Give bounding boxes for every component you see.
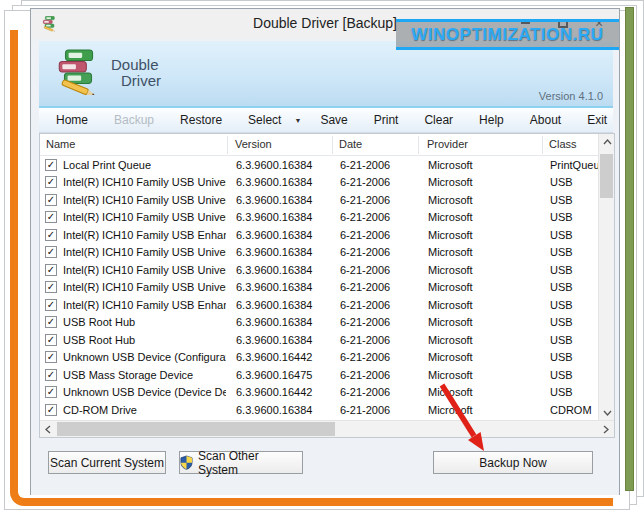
cell-date: 6-21-2006: [340, 264, 409, 276]
table-row[interactable]: ✓Intel(R) ICH10 Family USB Univer...6.3.…: [40, 279, 599, 297]
cell-version: 6.3.9600.16384: [236, 264, 321, 276]
table-row[interactable]: ✓USB Mass Storage Device6.3.9600.164756-…: [40, 366, 599, 384]
cell-version: 6.3.9600.16384: [236, 316, 321, 328]
cell-class: USB: [550, 316, 599, 328]
cell-date: 6-21-2006: [340, 316, 409, 328]
toolbar-item-clear[interactable]: Clear: [411, 113, 466, 127]
table-row[interactable]: ✓USB Root Hub6.3.9600.163846-21-2006Micr…: [40, 331, 599, 349]
cell-name: Intel(R) ICH10 Family USB Univer...: [63, 246, 226, 258]
table-row[interactable]: ✓USB Root Hub6.3.9600.163846-21-2006Micr…: [40, 314, 599, 332]
header-separator: [227, 136, 228, 154]
toolbar-item-help[interactable]: Help: [466, 113, 517, 127]
cell-date: 6-21-2006: [340, 194, 409, 206]
cell-name: Unknown USB Device (Configurati...: [63, 351, 226, 363]
cell-version: 6.3.9600.16384: [236, 159, 321, 171]
header-separator: [418, 136, 419, 154]
horizontal-scrollbar[interactable]: [40, 420, 614, 437]
cell-name: USB Mass Storage Device: [63, 369, 226, 381]
scroll-left-button[interactable]: [40, 421, 56, 437]
cell-class: USB: [550, 229, 599, 241]
table-row[interactable]: ✓Intel(R) ICH10 Family USB Univer...6.3.…: [40, 191, 599, 209]
table-row[interactable]: ✓Intel(R) ICH10 Family USB Enhan...6.3.9…: [40, 296, 599, 314]
scan-other-system-button[interactable]: Scan Other System: [179, 451, 303, 474]
table-row[interactable]: ✓Intel(R) ICH10 Family USB Univer...6.3.…: [40, 261, 599, 279]
row-checkbox[interactable]: ✓: [45, 334, 57, 346]
cell-class: USB: [550, 386, 599, 398]
cell-date: 6-21-2006: [340, 369, 409, 381]
uac-shield-icon: [180, 455, 193, 470]
cell-provider: Microsoft: [428, 281, 522, 293]
cell-class: USB: [550, 264, 599, 276]
cell-date: 6-21-2006: [340, 229, 409, 241]
double-driver-logo-icon: [53, 49, 103, 97]
column-header-version[interactable]: Version: [235, 138, 272, 150]
column-header-name[interactable]: Name: [46, 138, 75, 150]
table-row[interactable]: ✓Intel(R) ICH10 Family USB Univer...6.3.…: [40, 244, 599, 262]
cell-version: 6.3.9600.16384: [236, 281, 321, 293]
horizontal-scroll-thumb[interactable]: [57, 422, 335, 436]
row-checkbox[interactable]: ✓: [45, 264, 57, 276]
table-row[interactable]: ✓Intel(R) ICH10 Family USB Univer...6.3.…: [40, 209, 599, 227]
scroll-down-button[interactable]: [599, 405, 615, 421]
toolbar-item-backup[interactable]: Backup: [101, 113, 167, 127]
vertical-scrollbar[interactable]: [598, 134, 614, 421]
cell-version: 6.3.9600.16384: [236, 229, 321, 241]
driver-table: Name Version Date Provider Class ✓Local …: [39, 133, 615, 438]
toolbar-item-save[interactable]: Save: [307, 113, 360, 127]
cell-version: 6.3.9600.16384: [236, 211, 321, 223]
row-checkbox[interactable]: ✓: [45, 404, 57, 416]
scroll-right-button[interactable]: [598, 421, 614, 437]
cell-provider: Microsoft: [428, 299, 522, 311]
cell-name: USB Root Hub: [63, 334, 226, 346]
toolbar-item-print[interactable]: Print: [361, 113, 412, 127]
toolbar-item-exit[interactable]: Exit: [574, 113, 620, 127]
row-checkbox[interactable]: ✓: [45, 176, 57, 188]
row-checkbox[interactable]: ✓: [45, 281, 57, 293]
cell-class: PrintQueue: [550, 159, 599, 171]
row-checkbox[interactable]: ✓: [45, 369, 57, 381]
row-checkbox[interactable]: ✓: [45, 229, 57, 241]
scan-other-label: Scan Other System: [198, 449, 302, 477]
cell-date: 6-21-2006: [340, 246, 409, 258]
cell-name: Intel(R) ICH10 Family USB Enhan...: [63, 299, 226, 311]
table-row[interactable]: ✓CD-ROM Drive6.3.9600.163846-21-2006Micr…: [40, 401, 599, 419]
cell-version: 6.3.9600.16384: [236, 176, 321, 188]
row-checkbox[interactable]: ✓: [45, 351, 57, 363]
cell-provider: Microsoft: [428, 316, 522, 328]
table-row[interactable]: ✓Intel(R) ICH10 Family USB Enhan...6.3.9…: [40, 226, 599, 244]
cell-class: USB: [550, 246, 599, 258]
vertical-scroll-thumb[interactable]: [600, 154, 613, 198]
row-checkbox[interactable]: ✓: [45, 159, 57, 171]
cell-provider: Microsoft: [428, 334, 522, 346]
toolbar-item-select[interactable]: Select: [235, 113, 294, 127]
row-checkbox[interactable]: ✓: [45, 194, 57, 206]
scroll-up-button[interactable]: [599, 134, 615, 150]
table-row[interactable]: ✓Intel(R) ICH10 Family USB Univer...6.3.…: [40, 174, 599, 192]
table-row[interactable]: ✓Local Print Queue6.3.9600.163846-21-200…: [40, 156, 599, 174]
cell-class: USB: [550, 176, 599, 188]
footer-bar: Scan Current System Scan Other System Ba…: [31, 438, 619, 495]
cell-date: 6-21-2006: [340, 211, 409, 223]
toolbar-item-about[interactable]: About: [517, 113, 574, 127]
row-checkbox[interactable]: ✓: [45, 246, 57, 258]
table-row[interactable]: ✓Unknown USB Device (Device Des...6.3.96…: [40, 384, 599, 402]
row-checkbox[interactable]: ✓: [45, 316, 57, 328]
table-row[interactable]: ✓Unknown USB Device (Configurati...6.3.9…: [40, 349, 599, 367]
scan-current-system-button[interactable]: Scan Current System: [48, 451, 166, 474]
cell-version: 6.3.9600.16384: [236, 194, 321, 206]
select-dropdown-arrow-icon[interactable]: ▼: [294, 117, 307, 124]
cell-version: 6.3.9600.16384: [236, 334, 321, 346]
column-header-provider[interactable]: Provider: [427, 138, 468, 150]
header-separator: [332, 136, 333, 154]
row-checkbox[interactable]: ✓: [45, 211, 57, 223]
cell-class: USB: [550, 334, 599, 346]
column-header-date[interactable]: Date: [339, 138, 362, 150]
cell-version: 6.3.9600.16384: [236, 404, 321, 416]
column-header-class[interactable]: Class: [549, 138, 577, 150]
cell-date: 6-21-2006: [340, 176, 409, 188]
toolbar-item-restore[interactable]: Restore: [167, 113, 235, 127]
row-checkbox[interactable]: ✓: [45, 299, 57, 311]
toolbar-item-home[interactable]: Home: [43, 113, 101, 127]
row-checkbox[interactable]: ✓: [45, 386, 57, 398]
cell-version: 6.3.9600.16384: [236, 299, 321, 311]
